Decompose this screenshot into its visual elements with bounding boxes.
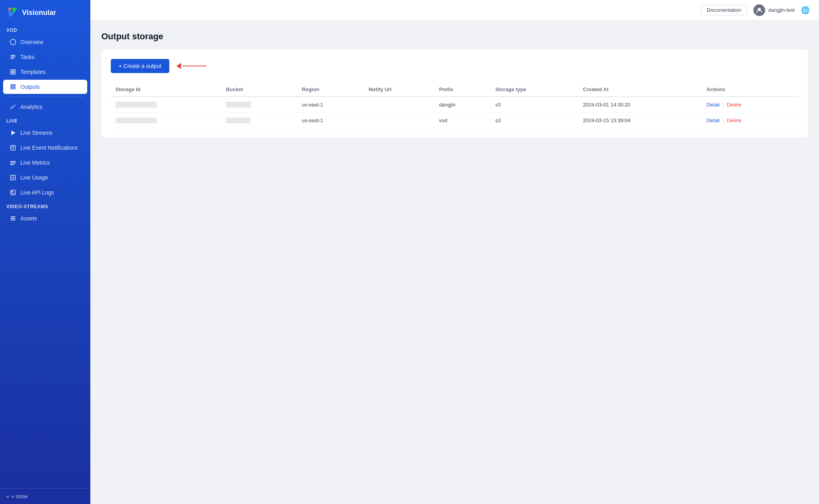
- sidebar-item-live-metrics-label: Live Metrics: [20, 159, 50, 166]
- col-region: Region: [297, 82, 364, 97]
- cell-region-2: us-east-1: [297, 113, 364, 128]
- sidebar-item-tasks[interactable]: Tasks: [3, 50, 87, 64]
- sidebar-item-templates-label: Templates: [20, 69, 46, 75]
- sidebar-item-live-event-label: Live Event Notifications: [20, 145, 78, 151]
- svg-rect-10: [13, 72, 15, 74]
- svg-rect-29: [11, 220, 15, 220]
- cell-actions-1: Detail | Delete: [702, 97, 799, 113]
- sidebar-item-overview[interactable]: Overview: [3, 35, 87, 49]
- svg-rect-27: [11, 216, 15, 217]
- col-created-at: Created At: [578, 82, 702, 97]
- svg-rect-20: [10, 164, 14, 165]
- content-area: Output storage + Create a output Storage…: [90, 20, 819, 504]
- page-title: Output storage: [101, 31, 808, 42]
- action-divider-1: |: [722, 102, 724, 108]
- create-btn-area: + Create a output: [111, 59, 799, 73]
- live-usage-icon: [9, 174, 16, 181]
- globe-icon[interactable]: 🌐: [801, 6, 810, 15]
- cell-created-at-1: 2024-03-01 14:30:20: [578, 97, 702, 113]
- main-content: Documentation dangjin-test 🌐 Output stor…: [90, 0, 819, 504]
- sidebar-item-live-usage[interactable]: Live Usage: [3, 170, 87, 185]
- tasks-icon: [9, 53, 16, 60]
- svg-point-3: [10, 39, 16, 45]
- sidebar-item-analytics[interactable]: Analytics: [3, 100, 87, 114]
- sidebar-close[interactable]: « « close: [0, 488, 90, 504]
- svg-rect-13: [10, 88, 16, 89]
- sidebar-item-assets[interactable]: Assets: [3, 211, 87, 225]
- delete-link-2[interactable]: Delete: [727, 117, 742, 123]
- logo-icon: [6, 6, 19, 19]
- close-label: « close: [11, 493, 27, 499]
- cell-prefix-1: dangjin: [434, 97, 491, 113]
- user-menu[interactable]: dangjin-test: [753, 4, 795, 16]
- overview-icon: [9, 38, 16, 46]
- cell-storage-id-2: 54xxxxxxxxxxxxxx: [111, 113, 221, 128]
- sidebar-item-live-streams-label: Live Streams: [20, 130, 53, 136]
- svg-rect-12: [10, 86, 16, 88]
- svg-rect-18: [10, 161, 16, 162]
- table-row: 54xxxxxxxxxxxxxx xxxxxxxxst us-east-1 vo…: [111, 113, 799, 128]
- cell-bucket-2: xxxxxxxxst: [221, 113, 297, 128]
- svg-rect-6: [11, 58, 14, 59]
- col-actions: Actions: [702, 82, 799, 97]
- cell-storage-type-2: s3: [491, 113, 578, 128]
- arrow-line: [183, 66, 206, 66]
- live-metrics-icon: [9, 159, 16, 166]
- blurred-storage-id-1: 34xxxxxxxxxxxxxx: [115, 102, 157, 108]
- svg-rect-17: [11, 148, 14, 148]
- col-storage-id: Storage Id: [111, 82, 221, 97]
- cell-storage-type-1: s3: [491, 97, 578, 113]
- sidebar-item-live-usage-label: Live Usage: [20, 174, 48, 181]
- sidebar-item-live-streams[interactable]: Live Streams: [3, 126, 87, 140]
- sidebar-item-live-api-logs-label: Live API Logs: [20, 189, 54, 196]
- action-divider-2: |: [722, 117, 724, 123]
- assets-icon: [9, 215, 16, 222]
- live-event-notifications-icon: [9, 144, 16, 151]
- svg-rect-7: [11, 70, 13, 71]
- sidebar-item-live-metrics[interactable]: Live Metrics: [3, 156, 87, 170]
- svg-rect-8: [13, 70, 15, 71]
- cell-storage-id-1: 34xxxxxxxxxxxxxx: [111, 97, 221, 113]
- live-section-label: Live: [0, 114, 90, 125]
- cell-region-1: us-east-1: [297, 97, 364, 113]
- sidebar-item-outputs-label: Outputs: [20, 84, 40, 90]
- sidebar-item-assets-label: Assets: [20, 215, 37, 222]
- logo-text: Visionular: [22, 9, 56, 17]
- blurred-bucket-1: xxxxxxxxxx: [226, 102, 251, 108]
- logo: Visionular: [0, 0, 90, 24]
- sidebar-item-outputs[interactable]: Outputs: [3, 80, 87, 94]
- svg-marker-14: [11, 130, 15, 135]
- svg-rect-24: [11, 190, 15, 195]
- documentation-button[interactable]: Documentation: [701, 5, 747, 15]
- col-notify-url: Notify Url: [364, 82, 434, 97]
- svg-rect-25: [11, 191, 13, 192]
- outputs-icon: [9, 83, 16, 90]
- create-output-button[interactable]: + Create a output: [111, 59, 169, 73]
- content-card: + Create a output Storage Id Bucket Regi…: [101, 49, 808, 138]
- video-streams-section-label: Video-Streams: [0, 200, 90, 211]
- svg-rect-26: [11, 193, 15, 194]
- svg-rect-16: [11, 147, 15, 147]
- vod-section-label: VOD: [0, 24, 90, 35]
- topbar: Documentation dangjin-test 🌐: [90, 0, 819, 20]
- detail-link-2[interactable]: Detail: [706, 117, 719, 123]
- sidebar-item-analytics-label: Analytics: [20, 104, 42, 110]
- live-api-logs-icon: [9, 189, 16, 196]
- sidebar-item-live-api-logs[interactable]: Live API Logs: [3, 185, 87, 200]
- blurred-bucket-2: xxxxxxxxst: [226, 117, 250, 123]
- svg-rect-9: [11, 72, 13, 74]
- delete-link-1[interactable]: Delete: [727, 102, 742, 108]
- username: dangjin-test: [768, 7, 795, 13]
- avatar: [753, 4, 765, 16]
- cell-bucket-1: xxxxxxxxxx: [221, 97, 297, 113]
- storage-table: Storage Id Bucket Region Notify Url Pref…: [111, 82, 799, 128]
- arrow-indicator: [177, 63, 206, 69]
- detail-link-1[interactable]: Detail: [706, 102, 719, 108]
- sidebar-item-live-event-notifications[interactable]: Live Event Notifications: [3, 141, 87, 155]
- sidebar-item-overview-label: Overview: [20, 39, 43, 45]
- sidebar-item-templates[interactable]: Templates: [3, 65, 87, 79]
- svg-rect-28: [11, 218, 15, 219]
- live-streams-icon: [9, 129, 16, 136]
- svg-rect-4: [11, 55, 15, 56]
- blurred-storage-id-2: 54xxxxxxxxxxxxxx: [115, 117, 157, 123]
